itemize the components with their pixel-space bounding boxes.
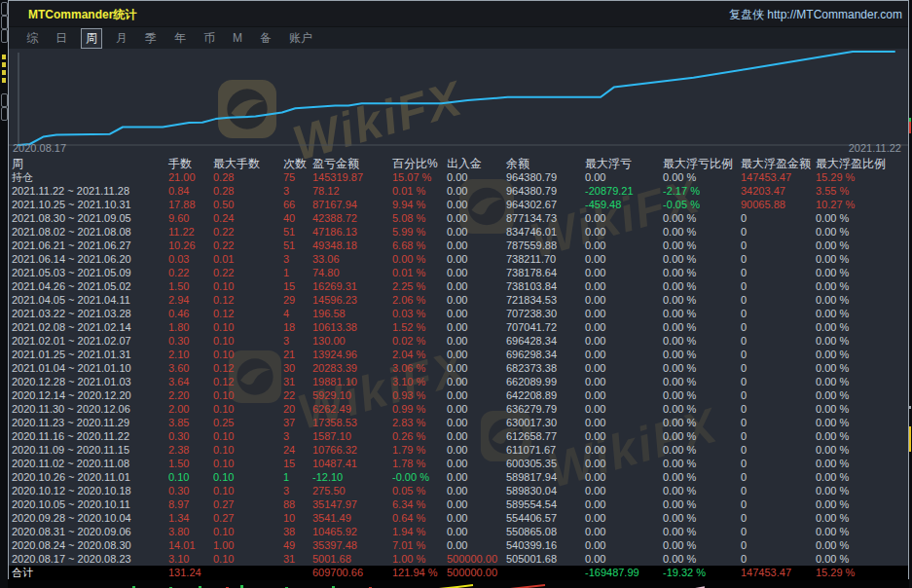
table-row[interactable]: 2020.12.28 ~ 2021.01.033.640.123119881.1… xyxy=(9,375,908,388)
cell: 0.00 xyxy=(585,443,661,457)
table-row[interactable]: 2021.04.05 ~ 2021.04.112.940.122914596.2… xyxy=(9,293,908,307)
cell: 最大浮亏比例 xyxy=(663,157,739,170)
cell: 636279.79 xyxy=(506,402,584,416)
background-chart-strip xyxy=(8,579,909,588)
cell: 10.26 xyxy=(168,239,212,252)
cell: 0.64 % xyxy=(392,511,446,525)
menu-item-币[interactable]: 币 xyxy=(200,29,219,48)
menu-item-备[interactable]: 备 xyxy=(256,29,275,48)
background-candle-fragment xyxy=(909,122,911,133)
cell: 0.00 xyxy=(585,429,661,443)
cell: 17.88 xyxy=(168,198,212,211)
cell: -19.32 % xyxy=(663,566,739,579)
menu-item-月[interactable]: 月 xyxy=(112,29,131,48)
table-row[interactable]: 2020.11.09 ~ 2020.11.152.380.102410766.3… xyxy=(9,443,908,457)
menu-item-M[interactable]: M xyxy=(229,30,246,46)
menu-item-日[interactable]: 日 xyxy=(52,29,71,48)
table-row[interactable]: 2020.11.02 ~ 2020.11.081.500.101510487.4… xyxy=(9,457,908,470)
menu-item-周[interactable]: 周 xyxy=(81,28,102,49)
cell: -0.05 % xyxy=(663,198,739,211)
cell: 0 xyxy=(741,211,814,225)
table-row[interactable]: 2021.06.14 ~ 2021.06.200.030.01333.060.0… xyxy=(9,252,908,266)
menu-item-综[interactable]: 综 xyxy=(22,29,42,48)
table-row[interactable]: 2020.10.26 ~ 2020.11.010.100.101-12.10-0… xyxy=(9,470,908,484)
cell: 589817.94 xyxy=(506,470,584,484)
cell: 6262.49 xyxy=(312,402,390,416)
table-row[interactable]: 2021.03.22 ~ 2021.03.280.460.124196.580.… xyxy=(9,307,908,320)
cell: 0.00 xyxy=(585,279,661,293)
row-label: 2021.05.03 ~ 2021.05.09 xyxy=(12,266,167,279)
background-mark xyxy=(909,426,911,452)
table-row[interactable]: 2021.10.25 ~ 2021.10.3117.880.506687167.… xyxy=(9,198,908,211)
vendor-link[interactable]: 复盘侠 http://MTCommander.com xyxy=(729,7,902,23)
cell: 49 xyxy=(283,538,310,552)
table-row[interactable]: 2021.06.21 ~ 2021.06.2710.260.225149348.… xyxy=(9,239,908,252)
cell: 0 xyxy=(741,484,814,497)
table-row[interactable]: 2020.10.12 ~ 2020.10.180.300.103275.500.… xyxy=(9,484,908,497)
cell: 38 xyxy=(283,525,310,538)
cell: 0 xyxy=(741,375,814,388)
table-row[interactable]: 2021.08.30 ~ 2021.09.059.600.244042388.7… xyxy=(9,211,908,225)
cell: 0.00 xyxy=(447,184,505,198)
cell: 0.00 % xyxy=(663,279,739,293)
cell: 612658.77 xyxy=(506,429,584,443)
cell: 最大手数 xyxy=(213,157,281,170)
cell: 0 xyxy=(741,511,814,525)
table-row[interactable]: 2020.08.24 ~ 2020.08.3014.011.004935397.… xyxy=(9,538,908,552)
cell: 0.84 xyxy=(168,184,212,198)
cell: 0.00 xyxy=(447,429,505,443)
table-row[interactable]: 2021.01.04 ~ 2021.01.103.600.123020283.3… xyxy=(9,361,908,375)
row-label: 2020.09.28 ~ 2020.10.04 xyxy=(12,511,167,525)
table-row[interactable]: 2021.01.25 ~ 2021.01.312.100.102113924.9… xyxy=(9,348,908,361)
table-row[interactable]: 2021.08.02 ~ 2021.08.0811.220.225147186.… xyxy=(9,225,908,239)
cell: 35397.48 xyxy=(312,538,390,552)
cell: 余额 xyxy=(506,157,584,170)
table-row[interactable]: 持仓21.000.2875145319.8715.07 %0.00964380.… xyxy=(9,170,908,184)
cell: 0.00 % xyxy=(816,457,905,470)
menu-item-账户[interactable]: 账户 xyxy=(285,29,316,48)
table-row[interactable]: 2020.11.30 ~ 2020.12.062.000.10206262.49… xyxy=(9,402,908,416)
table-row[interactable]: 2021.05.03 ~ 2021.05.090.220.22174.800.0… xyxy=(9,266,908,279)
table-row[interactable]: 2020.12.14 ~ 2020.12.202.200.10225929.10… xyxy=(9,388,908,402)
menu-item-季[interactable]: 季 xyxy=(141,29,161,48)
row-label: 2021.02.01 ~ 2021.02.07 xyxy=(12,334,167,348)
row-label: 2020.11.09 ~ 2020.11.15 xyxy=(12,443,167,457)
cell: 20283.39 xyxy=(312,361,390,375)
cell: 10465.92 xyxy=(312,525,390,538)
cell: 0.00 xyxy=(585,457,661,470)
cell: 0.00 % xyxy=(663,552,739,566)
cell: 13924.96 xyxy=(312,348,390,361)
cell: 17358.53 xyxy=(312,416,390,429)
cell: 2.38 xyxy=(168,443,212,457)
cell: 3 xyxy=(283,252,310,266)
cell: 0.10 xyxy=(213,279,281,293)
table-row[interactable]: 2020.08.31 ~ 2020.09.063.800.103810465.9… xyxy=(9,525,908,538)
table-row[interactable]: 2020.10.05 ~ 2020.10.118.970.278835147.9… xyxy=(9,497,908,511)
cell: 21 xyxy=(283,348,310,361)
row-label: 2020.10.12 ~ 2020.10.18 xyxy=(12,484,167,497)
cell: 0.00 % xyxy=(816,252,905,266)
title-bar[interactable]: MTCommander统计 复盘侠 http://MTCommander.com xyxy=(9,1,908,27)
table-row[interactable]: 2021.11.22 ~ 2021.11.280.840.28378.120.0… xyxy=(9,184,908,198)
cell: 0 xyxy=(741,497,814,511)
cell: 0.00 xyxy=(585,211,661,225)
balance-chart-canvas xyxy=(9,49,908,157)
table-row[interactable]: 2020.11.16 ~ 2020.11.220.300.1031587.100… xyxy=(9,429,908,443)
cell: 0 xyxy=(741,525,814,538)
table-row[interactable]: 2020.09.28 ~ 2020.10.041.340.27103541.49… xyxy=(9,511,908,525)
cell: 6.68 % xyxy=(392,239,446,252)
menu-item-年[interactable]: 年 xyxy=(170,29,190,48)
cell: 0.10 xyxy=(213,457,281,470)
cell: 0.00 xyxy=(447,525,505,538)
table-row[interactable]: 2020.11.23 ~ 2020.11.293.850.253717358.5… xyxy=(9,416,908,429)
table-row[interactable]: 2020.08.17 ~ 2020.08.233.100.10315001.68… xyxy=(9,552,908,566)
cell: 0.00 xyxy=(447,252,505,266)
table-total-row[interactable]: 合计131.24609700.66121.94 %500000.00-16948… xyxy=(9,566,908,580)
table-row[interactable]: 2021.02.08 ~ 2021.02.141.800.101810613.3… xyxy=(9,320,908,334)
cell: 0.00 % xyxy=(816,416,905,429)
table-row[interactable]: 2021.04.26 ~ 2021.05.021.500.101516269.3… xyxy=(9,279,908,293)
cell: 3.10 % xyxy=(392,375,446,388)
cell: 0 xyxy=(741,416,814,429)
cell: 0.00 % xyxy=(663,170,739,184)
table-row[interactable]: 2021.02.01 ~ 2021.02.070.300.103130.000.… xyxy=(9,334,908,348)
